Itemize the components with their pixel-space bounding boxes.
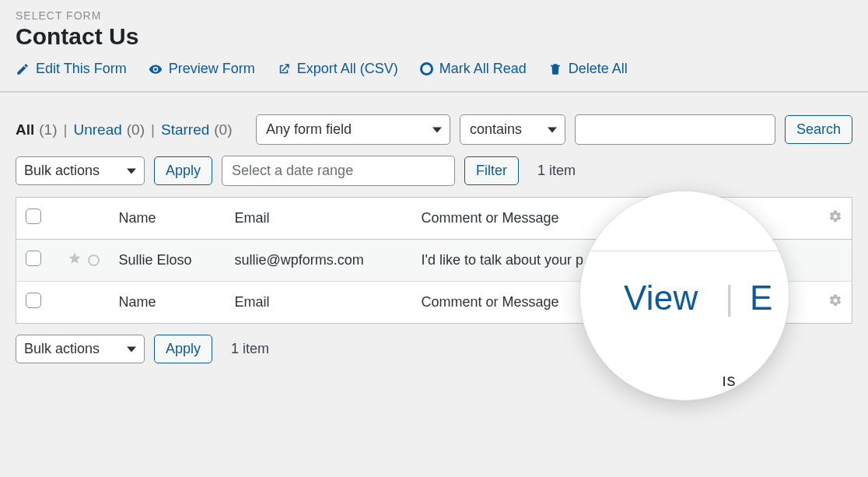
row-checkbox[interactable]	[26, 251, 41, 266]
bulk-actions-value-bottom: Bulk actions	[24, 341, 100, 356]
filter-button[interactable]: Filter	[464, 156, 519, 185]
form-actions-row: Edit This Form Preview Form Export All (…	[16, 61, 852, 91]
export-label: Export All (CSV)	[297, 61, 398, 77]
chevron-down-icon	[548, 127, 557, 132]
circle-icon	[420, 62, 433, 75]
magnifier-overlay: View | E ıs	[579, 191, 789, 401]
filter-all[interactable]: All	[16, 121, 34, 139]
filter-all-count: (1)	[39, 121, 57, 139]
search-match-value: contains	[470, 121, 522, 137]
filter-sep-2: |	[149, 121, 156, 139]
chevron-down-icon	[432, 127, 442, 132]
bulk-actions-value: Bulk actions	[24, 163, 100, 178]
bulk-actions-select-top[interactable]: Bulk actions	[16, 156, 145, 185]
page-title: Contact Us	[16, 23, 852, 50]
magnifier-fragment: ıs	[722, 370, 736, 391]
filter-starred-count: (0)	[214, 121, 232, 139]
filter-starred[interactable]: Starred	[161, 121, 209, 139]
date-range-input[interactable]: Select a date range	[222, 156, 455, 186]
bulk-row-top: Bulk actions Apply Select a date range F…	[16, 151, 852, 197]
apply-button-top[interactable]: Apply	[154, 156, 212, 185]
filter-sep-1: |	[62, 121, 69, 139]
col-name[interactable]: Name	[110, 198, 226, 240]
export-link[interactable]: Export All (CSV)	[277, 61, 398, 77]
bulk-actions-select-bottom[interactable]: Bulk actions	[16, 335, 145, 363]
select-all-checkbox-bottom[interactable]	[26, 293, 41, 308]
magnifier-view-text: View	[624, 279, 698, 317]
read-status-icon[interactable]	[88, 254, 100, 266]
mark-read-link[interactable]: Mark All Read	[420, 61, 527, 77]
trash-icon	[548, 62, 562, 76]
search-input[interactable]	[575, 114, 775, 145]
filter-unread[interactable]: Unread	[73, 121, 121, 139]
item-count-bottom: 1 item	[231, 341, 269, 357]
cell-email: sullie@wpforms.com	[225, 240, 411, 282]
search-field-value: Any form field	[266, 121, 352, 137]
filter-toolbar: All (1) | Unread (0) | Starred (0) Any f…	[16, 102, 852, 151]
edit-form-link[interactable]: Edit This Form	[16, 61, 127, 77]
filter-links: All (1) | Unread (0) | Starred (0)	[16, 121, 233, 139]
col-email-footer[interactable]: Email	[225, 282, 411, 324]
col-email[interactable]: Email	[225, 198, 411, 240]
star-icon[interactable]	[68, 251, 82, 269]
search-button[interactable]: Search	[785, 115, 852, 144]
gear-icon[interactable]	[828, 295, 842, 310]
delete-all-link[interactable]: Delete All	[548, 61, 628, 77]
cell-name: Sullie Eloso	[110, 240, 226, 282]
filter-unread-count: (0)	[127, 121, 145, 139]
item-count-top: 1 item	[537, 163, 576, 179]
preview-form-label: Preview Form	[169, 61, 255, 77]
edit-form-label: Edit This Form	[36, 61, 127, 77]
apply-button-bottom[interactable]: Apply	[154, 335, 212, 363]
select-form-label: SELECT FORM	[16, 9, 852, 22]
chevron-down-icon	[127, 168, 136, 174]
col-name-footer[interactable]: Name	[110, 282, 226, 324]
mark-read-label: Mark All Read	[439, 61, 527, 77]
pencil-icon	[16, 62, 30, 76]
select-all-checkbox-top[interactable]	[26, 209, 41, 224]
magnifier-next-letter: E	[750, 279, 772, 317]
export-icon	[277, 62, 291, 76]
preview-form-link[interactable]: Preview Form	[149, 61, 255, 77]
chevron-down-icon	[127, 346, 136, 352]
magnifier-sep: |	[725, 279, 733, 317]
delete-all-label: Delete All	[569, 61, 628, 77]
eye-icon	[149, 62, 163, 76]
gear-icon[interactable]	[828, 211, 842, 226]
search-match-select[interactable]: contains	[460, 114, 565, 145]
search-field-select[interactable]: Any form field	[256, 114, 450, 145]
